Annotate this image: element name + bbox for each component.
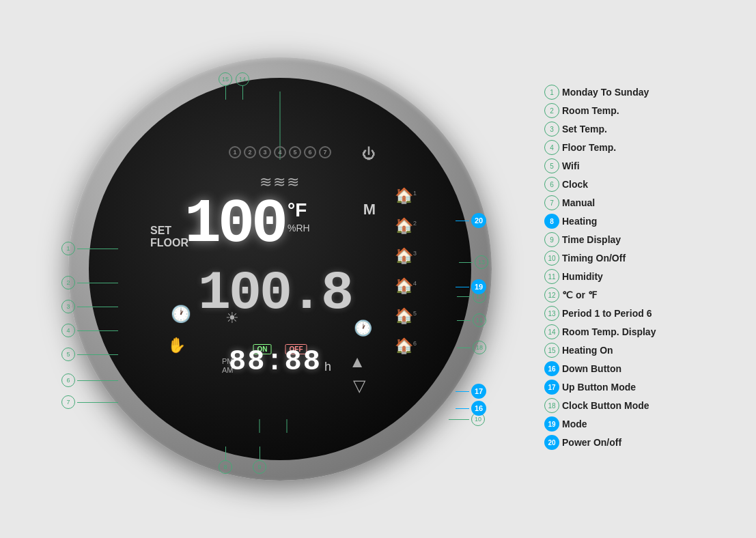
day-6: 6 bbox=[304, 146, 316, 158]
temperature-display: 100 °F %RH bbox=[184, 194, 310, 255]
annot-2: 2 bbox=[61, 276, 118, 289]
annot-circle-19: 19 bbox=[471, 279, 486, 294]
legend-num-10: 10 bbox=[544, 251, 559, 266]
legend-item-8: 8Heating bbox=[544, 214, 742, 229]
annot-circle-1: 1 bbox=[61, 242, 75, 255]
legend-text-15: Heating On bbox=[562, 344, 613, 356]
annot-6: 6 bbox=[61, 373, 118, 387]
legend-num-20: 20 bbox=[544, 435, 559, 450]
annot-14: 14 bbox=[236, 72, 249, 100]
annot-5: 5 bbox=[61, 348, 118, 361]
legend-num-3: 3 bbox=[544, 122, 559, 137]
annot-circle-6: 6 bbox=[61, 373, 75, 387]
legend-num-9: 9 bbox=[544, 232, 559, 247]
legend-item-16: 16Down Button bbox=[544, 361, 742, 376]
period-1-icon: 🏠1 bbox=[395, 187, 417, 205]
legend-num-19: 19 bbox=[544, 416, 559, 431]
legend-item-11: 11Humidity bbox=[544, 269, 742, 284]
period-5-icon: 🏠5 bbox=[395, 307, 417, 325]
legend-num-14: 14 bbox=[544, 324, 559, 339]
set-label: SET bbox=[150, 225, 171, 237]
annot-circle-8: 8 bbox=[219, 460, 232, 474]
legend-num-12: 12 bbox=[544, 287, 559, 302]
legend-item-19: 19Mode bbox=[544, 416, 742, 431]
legend-num-4: 4 bbox=[544, 140, 559, 155]
main-temp-digits: 100 bbox=[184, 194, 285, 255]
clock-button-icon[interactable]: 🕐 bbox=[354, 320, 372, 337]
thermostat-outer: 1 2 3 4 5 6 7 ≋≋≋ ⏻ M SET FLOOR bbox=[68, 57, 492, 481]
time-display: 88:88 h bbox=[229, 345, 331, 378]
annot-9: 9 bbox=[253, 447, 266, 474]
legend-item-12: 12℃ or ℉ bbox=[544, 287, 742, 302]
legend-item-2: 2Room Temp. bbox=[544, 103, 742, 118]
day-7: 7 bbox=[319, 146, 331, 158]
up-arrow-icon[interactable]: ▲ bbox=[349, 352, 365, 371]
annot-circle-7: 7 bbox=[61, 395, 75, 409]
set-floor-labels: SET FLOOR bbox=[150, 225, 188, 249]
thermostat-inner: 1 2 3 4 5 6 7 ≋≋≋ ⏻ M SET FLOOR bbox=[89, 78, 471, 460]
rh-label: %RH bbox=[288, 223, 310, 233]
legend-text-7: Manual bbox=[562, 197, 595, 209]
legend-text-17: Up Button Mode bbox=[562, 381, 636, 393]
day-5: 5 bbox=[289, 146, 301, 158]
legend-text-1: Monday To Sunday bbox=[562, 86, 649, 98]
temp-unit: °F bbox=[288, 199, 310, 221]
legend-text-8: Heating bbox=[562, 215, 597, 227]
clock-display-icon: 🕐 bbox=[171, 305, 191, 324]
heating-wavy-icon: ≋≋≋ bbox=[260, 173, 300, 191]
main-container: 1 2 3 4 5 6 7 ≋≋≋ ⏻ M SET FLOOR bbox=[0, 0, 756, 538]
legend-item-4: 4Floor Temp. bbox=[544, 140, 742, 155]
legend-item-15: 15Heating On bbox=[544, 343, 742, 358]
legend-item-7: 7Manual bbox=[544, 195, 742, 210]
legend-text-14: Room Temp. Display bbox=[562, 326, 656, 338]
legend-num-11: 11 bbox=[544, 269, 559, 284]
annot-15: 15 bbox=[219, 72, 232, 100]
power-button-icon[interactable]: ⏻ bbox=[362, 146, 376, 162]
legend-item-13: 13Period 1 to Period 6 bbox=[544, 306, 742, 321]
annot-circle-9: 9 bbox=[253, 460, 266, 474]
annot-20-cyan: 20 bbox=[456, 213, 486, 228]
day-indicators: 1 2 3 4 5 6 7 bbox=[229, 146, 331, 158]
annot-circle-14: 14 bbox=[236, 72, 249, 86]
annot-8: 8 bbox=[219, 447, 232, 474]
legend-text-13: Period 1 to Period 6 bbox=[562, 307, 652, 320]
legend-text-18: Clock Button Mode bbox=[562, 399, 649, 412]
annot-circle-17: 17 bbox=[471, 384, 486, 399]
day-2: 2 bbox=[244, 146, 256, 158]
down-arrow-icon[interactable]: ▽ bbox=[353, 376, 365, 395]
legend-num-8: 8 bbox=[544, 214, 559, 229]
annot-18-right: 18 bbox=[457, 341, 486, 354]
legend-text-20: Power On/off bbox=[562, 436, 621, 449]
period-3-icon: 🏠3 bbox=[395, 247, 417, 265]
day-3: 3 bbox=[259, 146, 271, 158]
legend-text-16: Down Button bbox=[562, 363, 621, 375]
legend-num-16: 16 bbox=[544, 361, 559, 376]
sun-icon: ☀ bbox=[225, 309, 239, 327]
legend-text-12: ℃ or ℉ bbox=[562, 289, 597, 301]
legend-text-2: Room Temp. bbox=[562, 104, 619, 117]
legend-num-6: 6 bbox=[544, 177, 559, 192]
annot-circle-4: 4 bbox=[61, 324, 75, 337]
second-temp-display: 100.8 bbox=[198, 262, 352, 324]
hand-mode-icon[interactable]: ✋ bbox=[167, 337, 186, 354]
period-icons: 🏠1 🏠2 🏠3 🏠4 🏠5 🏠6 bbox=[395, 187, 417, 355]
legend-num-2: 2 bbox=[544, 103, 559, 118]
legend-item-9: 9Time Display bbox=[544, 232, 742, 247]
period-6-icon: 🏠6 bbox=[395, 337, 417, 355]
legend-text-11: Humidity bbox=[562, 270, 603, 283]
legend-text-3: Set Temp. bbox=[562, 123, 607, 135]
temp-unit-rh-group: °F %RH bbox=[288, 199, 310, 233]
annot-3: 3 bbox=[61, 300, 118, 313]
legend-item-6: 6Clock bbox=[544, 177, 742, 192]
manual-m-label: M bbox=[363, 201, 376, 218]
annot-circle-5: 5 bbox=[61, 348, 75, 361]
annot-13: 13 bbox=[459, 255, 488, 269]
legend-panel: 1Monday To Sunday2Room Temp.3Set Temp.4F… bbox=[537, 0, 756, 538]
legend-text-5: Wifi bbox=[562, 160, 580, 172]
annot-circle-11: 11 bbox=[473, 313, 486, 327]
legend-num-15: 15 bbox=[544, 343, 559, 358]
legend-item-18: 18Clock Button Mode bbox=[544, 398, 742, 413]
time-digits: 88:88 bbox=[229, 345, 322, 378]
annot-circle-15: 15 bbox=[219, 72, 232, 86]
annot-circle-16: 16 bbox=[471, 401, 486, 416]
